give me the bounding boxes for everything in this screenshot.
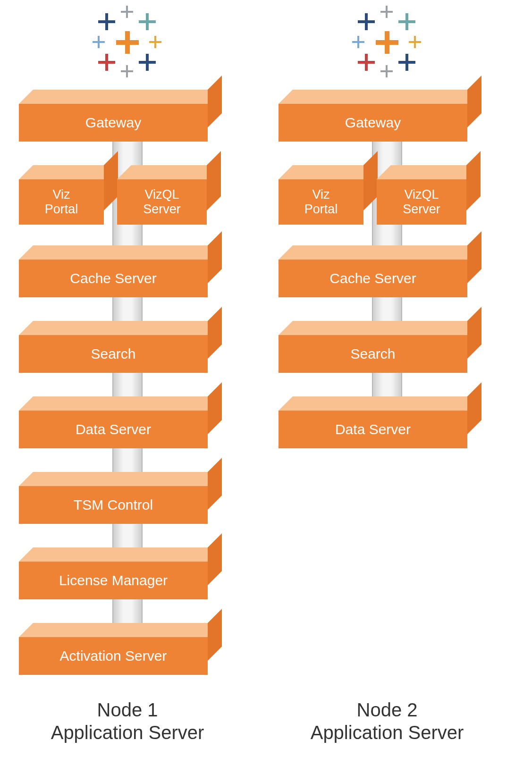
node-1-column: Gateway Viz Portal VizQL Serve: [19, 0, 236, 698]
tableau-logo-icon: [349, 5, 425, 80]
block-label: Activation Server: [60, 648, 167, 664]
node-2-column: Gateway Viz Portal VizQL Server: [279, 0, 496, 472]
block-label: Gateway: [85, 115, 141, 131]
block-label: Cache Server: [70, 270, 156, 287]
block-pair-viz: Viz Portal VizQL Server: [19, 165, 236, 227]
block-search: Search: [19, 321, 236, 378]
block-label: Search: [91, 346, 135, 362]
block-search: Search: [279, 321, 496, 378]
block-tsm-control: TSM Control: [19, 472, 236, 529]
architecture-diagram: Gateway Viz Portal VizQL Serve: [0, 0, 532, 757]
block-label: Viz Portal: [304, 187, 338, 217]
block-activation-server: Activation Server: [19, 623, 236, 680]
block-label: TSM Control: [74, 497, 153, 513]
block-label: Data Server: [76, 421, 151, 438]
caption-line1: Node 1: [97, 699, 158, 720]
block-gateway: Gateway: [279, 90, 496, 146]
node-2-caption: Node 2 Application Server: [311, 698, 464, 744]
caption-line2: Application Server: [51, 722, 204, 743]
block-label: VizQL Server: [143, 187, 181, 217]
block-data-server: Data Server: [19, 396, 236, 453]
block-cache-server: Cache Server: [19, 245, 236, 302]
caption-line1: Node 2: [357, 699, 418, 720]
block-label: Cache Server: [329, 270, 416, 287]
block-data-server: Data Server: [279, 396, 496, 453]
block-cache-server: Cache Server: [279, 245, 496, 302]
block-label: Data Server: [335, 421, 411, 438]
block-gateway: Gateway: [19, 90, 236, 146]
node-2-stack: Gateway Viz Portal VizQL Server: [279, 90, 496, 453]
block-label: Search: [350, 346, 395, 362]
block-label: Viz Portal: [45, 187, 78, 217]
block-label: VizQL Server: [403, 187, 440, 217]
tableau-logo-icon: [90, 5, 165, 80]
block-label: Gateway: [345, 115, 401, 131]
node-1-stack: Gateway Viz Portal VizQL Serve: [19, 90, 236, 680]
block-pair-viz: Viz Portal VizQL Server: [279, 165, 496, 227]
block-license-manager: License Manager: [19, 547, 236, 604]
block-label: License Manager: [59, 572, 168, 589]
caption-line2: Application Server: [311, 722, 464, 743]
node-1-caption: Node 1 Application Server: [51, 698, 204, 744]
